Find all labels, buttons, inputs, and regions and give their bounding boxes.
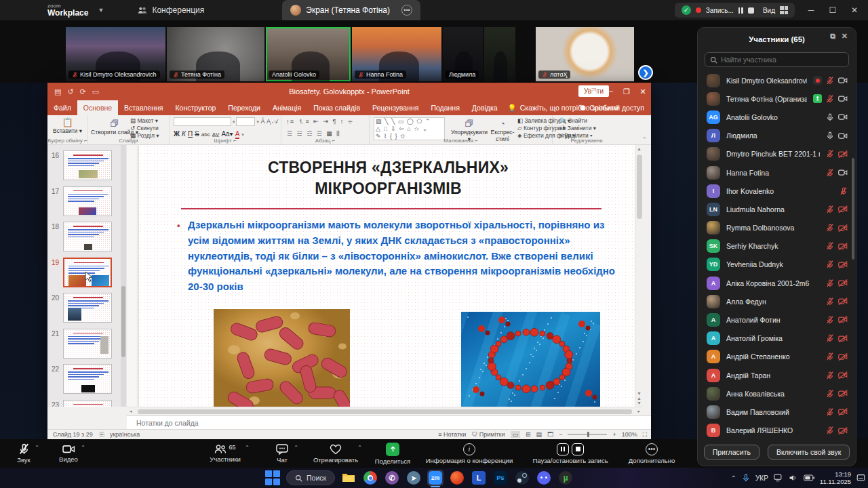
participant-row[interactable]: Тетяна Фотіна (Организатор) ↥ (698, 89, 856, 108)
zoom-slider[interactable] (568, 434, 607, 435)
invite-button[interactable]: Пригласить (704, 445, 760, 460)
pause-icon[interactable] (557, 443, 569, 455)
view-sorter-icon[interactable]: ⊞ (526, 431, 531, 438)
battery-icon[interactable] (804, 474, 814, 481)
ribbon-tab-Основне[interactable]: Основне (77, 100, 118, 115)
tab-meeting[interactable]: Конференция (131, 0, 211, 20)
video-tile[interactable]: Kisil Dmytro Oleksandrovich (66, 27, 165, 81)
participant-row[interactable]: YD Yevheniia Dudnyk (698, 256, 856, 274)
slide-thumbnail-16[interactable] (63, 150, 112, 180)
view-slideshow-icon[interactable]: 🗔 (547, 431, 553, 438)
zoom-out-button[interactable]: − (559, 431, 562, 438)
notification-icon[interactable] (856, 474, 865, 483)
fit-window-icon[interactable]: ⛶ (643, 431, 647, 439)
zoom-app-icon[interactable]: zm (427, 470, 443, 486)
start-slideshow-icon[interactable]: ▭ (92, 87, 99, 96)
ppt-close-button[interactable]: ✕ (635, 83, 651, 100)
participant-row[interactable]: I Ihor Kovalenko (698, 182, 856, 200)
view-label[interactable]: Вид (763, 7, 775, 14)
more-button[interactable]: ••• Дополнительно (621, 439, 682, 468)
clock[interactable]: 13:19 11.11.2025 (820, 470, 851, 486)
ribbon-tab-Рецензування[interactable]: Рецензування (366, 100, 425, 115)
shapes-gallery[interactable]: ▧ ╲ ╲ ▭ ◯ ⬠ ⌃△ ⎍ ⇩ ⇦ ⌂ ☆ ⌄✎ ⌇ { } ✩ (374, 117, 445, 140)
photoshop-icon[interactable]: Ps (492, 470, 509, 486)
filmstrip-next-button[interactable]: ❯ (638, 65, 653, 80)
horizontal-scrollbar[interactable]: ◂▸ (127, 407, 643, 415)
start-button[interactable] (264, 470, 281, 486)
security-shield-icon[interactable]: ✓ (682, 5, 691, 15)
steam-icon[interactable] (514, 470, 530, 486)
ribbon-tab-Показ слайдів[interactable]: Показ слайдів (307, 100, 366, 115)
align-buttons[interactable]: ☰ ☱ ☲ ☰ ▦ ⫼ (287, 130, 340, 138)
chat-button[interactable]: ⌃Чат (264, 439, 300, 468)
meeting-info-button[interactable]: i Информация о конференции (422, 439, 517, 468)
panel-close-icon[interactable]: ✕ (842, 32, 848, 41)
video-tile[interactable]: Тетяна Фотіна (167, 27, 264, 81)
tray-chevron-icon[interactable]: ⌃ (731, 474, 736, 482)
participant-row[interactable]: A Андрій Степаненко (698, 348, 856, 366)
participant-row[interactable]: Rymma Dolbanosova (698, 219, 856, 237)
find-button[interactable]: 🔍 Знайти (559, 117, 587, 125)
maximize-button[interactable]: ☐ (822, 0, 844, 20)
video-button[interactable]: ⌃Видео (45, 439, 92, 468)
ribbon-options-icon[interactable]: ▣ (586, 83, 602, 100)
pause-recording-button[interactable] (738, 7, 743, 14)
ribbon-tab-Переходи[interactable]: Переходи (222, 100, 267, 115)
ribbon-tab-Вставлення[interactable]: Вставлення (118, 100, 169, 115)
participants-button[interactable]: 65 ⌃Участники (197, 439, 254, 468)
save-icon[interactable]: ▤ (54, 87, 61, 96)
slide-title[interactable]: СТВОРЕННЯ «ДЗЕРКАЛЬНИХ» МІКРООРГАНІЗМІВ (139, 157, 637, 199)
participant-list[interactable]: Kisil Dmytro Oleksandrovich (Я) Тетяна Ф… (698, 70, 856, 439)
language-label[interactable]: українська (110, 431, 140, 438)
video-tile[interactable]: Anatolii Golovko (266, 27, 351, 81)
file-explorer-icon[interactable] (340, 470, 357, 486)
red-app-icon[interactable] (449, 470, 465, 486)
video-tile[interactable] (484, 27, 515, 81)
participant-row[interactable]: SK Serhiy Kharchyk (698, 237, 856, 256)
participant-row[interactable]: A Анатолий Фотин (698, 310, 856, 329)
pause-stop-record-button[interactable]: Пауза/остановить запись (519, 439, 621, 468)
slide-thumbnail-18[interactable] (63, 222, 112, 251)
close-button[interactable]: ✕ (844, 0, 865, 20)
spellcheck-icon[interactable]: ⎘ (100, 431, 104, 439)
stop-icon[interactable] (572, 443, 584, 455)
view-grid-icon[interactable] (780, 6, 788, 14)
slide-edit-area[interactable]: СТВОРЕННЯ «ДЗЕРКАЛЬНИХ» МІКРООРГАНІЗМІВ … (127, 145, 643, 407)
notes-toggle[interactable]: ≡ Нотатки (438, 431, 466, 438)
device-icon[interactable] (774, 474, 783, 482)
slide-thumbnail-20[interactable] (63, 293, 112, 323)
replace-button[interactable]: ab Замінити ▾ (559, 125, 596, 132)
ribbon-tab-Довідка[interactable]: Довідка (466, 100, 504, 115)
react-button[interactable]: ⌃Отреагировать (307, 439, 365, 468)
share-screen-button[interactable]: Поделиться (368, 439, 418, 468)
participant-row[interactable]: AG Anatolii Golovko (698, 108, 856, 126)
participant-row[interactable]: Алла Федун (698, 292, 856, 310)
participant-row[interactable]: LN Liudmula Nahorna (698, 200, 856, 218)
slide-thumbnail-17[interactable] (63, 186, 112, 216)
zoom-in-button[interactable]: + (612, 431, 616, 438)
collapse-ribbon-icon[interactable]: ⌃ (642, 136, 647, 143)
list-buttons[interactable]: ⁝≡ ⒈≡ ⇤ ⇥ ¶ ↕ ⌯ (287, 117, 354, 126)
reset-button[interactable]: ↺ Скинути (130, 125, 159, 132)
telegram-icon[interactable]: ➤ (406, 470, 422, 486)
zoom-level[interactable]: 100% (622, 431, 637, 438)
slide-thumbnail-23[interactable] (63, 400, 112, 407)
speaker-icon[interactable] (789, 474, 798, 482)
ppt-maximize-button[interactable]: ❐ (618, 83, 635, 100)
slide-image-bacteria[interactable] (214, 309, 350, 407)
vertical-scrollbar[interactable]: ▲ ▼▲▼ (635, 145, 643, 407)
tab-options-icon[interactable]: ••• (401, 5, 412, 16)
unmute-button[interactable]: Включить свой звук (768, 445, 850, 460)
viber-icon[interactable]: ✆ (384, 470, 400, 486)
chrome-icon[interactable] (362, 470, 378, 486)
ppt-minimize-button[interactable]: ─ (602, 83, 618, 100)
slide-body-text[interactable]: • Дзеркальні мікроорганізми мають молеку… (188, 218, 627, 295)
participant-search[interactable] (705, 52, 849, 67)
notes-pane[interactable]: Нотатки до слайда (127, 415, 651, 429)
tray-mic-icon[interactable] (742, 473, 750, 483)
stop-recording-button[interactable] (748, 7, 754, 14)
audio-button[interactable]: ⌃Звук (3, 439, 45, 468)
slide-thumbnail-19[interactable] (63, 258, 112, 287)
chevron-down-icon[interactable]: ▼ (98, 7, 104, 14)
tab-screen-share[interactable]: Экран (Тетяна Фотіна) ••• (282, 0, 420, 20)
